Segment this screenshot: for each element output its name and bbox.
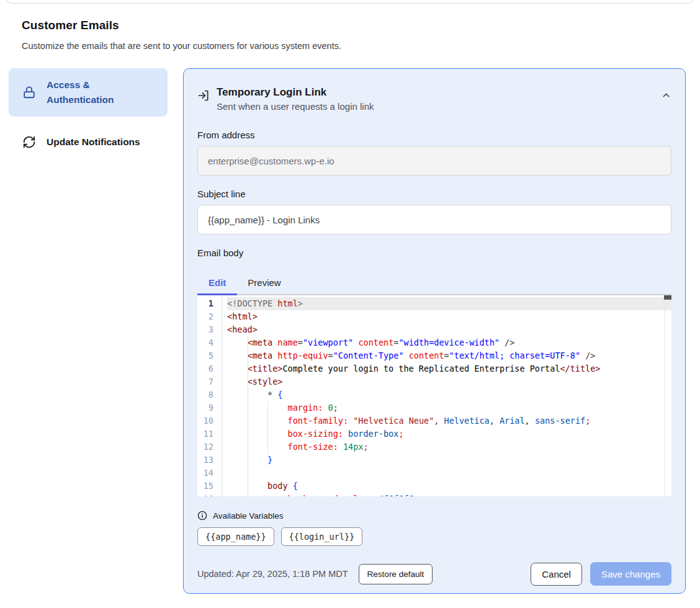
code-line: box-sizing: border-box; — [227, 427, 671, 440]
line-number: 4 — [197, 336, 213, 349]
email-body-label: Email body — [197, 248, 671, 258]
editor-code: <!DOCTYPE html><html><head> <meta name="… — [222, 295, 671, 496]
indent-guide — [248, 336, 248, 496]
from-address-field[interactable] — [197, 146, 671, 176]
line-number: 11 — [197, 427, 213, 440]
code-line: font-size: 14px; — [227, 440, 671, 454]
line-number: 1 — [197, 297, 213, 310]
cancel-button[interactable]: Cancel — [531, 563, 582, 586]
line-number: 3 — [197, 323, 213, 336]
variable-chip[interactable]: {{login_url}} — [281, 527, 363, 546]
lock-icon — [22, 86, 36, 99]
tab-preview[interactable]: Preview — [237, 270, 291, 294]
line-number: 7 — [197, 375, 213, 388]
line-number: 13 — [197, 454, 213, 467]
updated-timestamp: Updated: Apr 29, 2025, 1:18 PM MDT — [197, 569, 348, 579]
email-body-editor[interactable]: 12345678910111213141516 <!DOCTYPE html><… — [197, 295, 671, 496]
page-title: Customer Emails — [22, 19, 119, 32]
code-line: } — [227, 454, 671, 467]
line-number: 5 — [197, 349, 213, 362]
code-line: margin: 0; — [227, 401, 671, 414]
card-title: Temporary Login Link — [217, 86, 374, 99]
save-changes-button[interactable]: Save changes — [590, 562, 671, 586]
sidebar-item-update-notifications[interactable]: Update Notifications — [9, 127, 168, 157]
code-line — [227, 467, 671, 480]
available-variables-label: Available Variables — [213, 511, 284, 521]
editor-tabs: Edit Preview — [197, 270, 671, 295]
refresh-icon — [22, 135, 36, 149]
code-line: * { — [227, 388, 671, 401]
code-line: <head> — [227, 323, 671, 336]
line-number: 8 — [197, 388, 213, 401]
code-line: <html> — [227, 310, 671, 323]
variable-chip[interactable]: {{app_name}} — [197, 527, 274, 546]
tab-edit[interactable]: Edit — [197, 270, 237, 294]
email-types-sidebar: Access & Authentication Update Notificat… — [9, 68, 168, 157]
line-number: 6 — [197, 362, 213, 375]
card-header-text: Temporary Login Link Sent when a user re… — [217, 85, 374, 112]
previous-card-edge — [6, 0, 694, 4]
subject-line-label: Subject line — [197, 189, 671, 199]
sidebar-item-label: Update Notifications — [47, 135, 140, 150]
code-line: body { — [227, 480, 671, 493]
sidebar-item-label: Access & Authentication — [47, 78, 159, 107]
login-icon — [197, 89, 210, 102]
line-number: 10 — [197, 414, 213, 427]
info-icon — [197, 511, 207, 521]
card-subtitle: Sent when a user requests a login link — [217, 101, 374, 112]
collapse-button[interactable] — [661, 90, 671, 101]
code-line: background-color: #f6f6f6; — [227, 493, 671, 496]
subject-line-field[interactable] — [197, 205, 671, 235]
line-number: 9 — [197, 401, 213, 414]
editor-line-numbers: 12345678910111213141516 — [197, 295, 222, 496]
editor-scrollbar[interactable] — [664, 295, 671, 496]
line-number: 12 — [197, 440, 213, 454]
sidebar-item-access-authentication[interactable]: Access & Authentication — [9, 68, 168, 117]
card-footer: Updated: Apr 29, 2025, 1:18 PM MDT Resto… — [197, 562, 671, 586]
code-line: <!DOCTYPE html> — [227, 297, 671, 310]
code-line: <style> — [227, 375, 671, 388]
indent-guide — [267, 401, 268, 454]
variable-chips: {{app_name}}{{login_url}} — [197, 527, 671, 546]
from-address-label: From address — [197, 130, 671, 140]
card-header: Temporary Login Link Sent when a user re… — [197, 85, 671, 112]
line-number: 2 — [197, 310, 213, 323]
code-line: <title>Complete your login to the Replic… — [227, 362, 671, 375]
page-subtitle: Customize the emails that are sent to yo… — [22, 41, 341, 51]
code-line: <meta http-equiv="Content-Type" content=… — [227, 349, 671, 362]
chevron-up-icon — [661, 90, 671, 101]
editor-scrollbar-thumb[interactable] — [664, 295, 671, 300]
available-variables-header: Available Variables — [197, 511, 671, 521]
line-number: 15 — [197, 480, 213, 493]
line-number: 14 — [197, 467, 213, 480]
code-line: font-family: "Helvetica Neue", Helvetica… — [227, 414, 671, 427]
code-line: <meta name="viewport" content="width=dev… — [227, 336, 671, 349]
line-number: 16 — [197, 493, 213, 496]
temporary-login-link-card: Temporary Login Link Sent when a user re… — [183, 68, 686, 594]
restore-default-button[interactable]: Restore default — [359, 564, 433, 584]
